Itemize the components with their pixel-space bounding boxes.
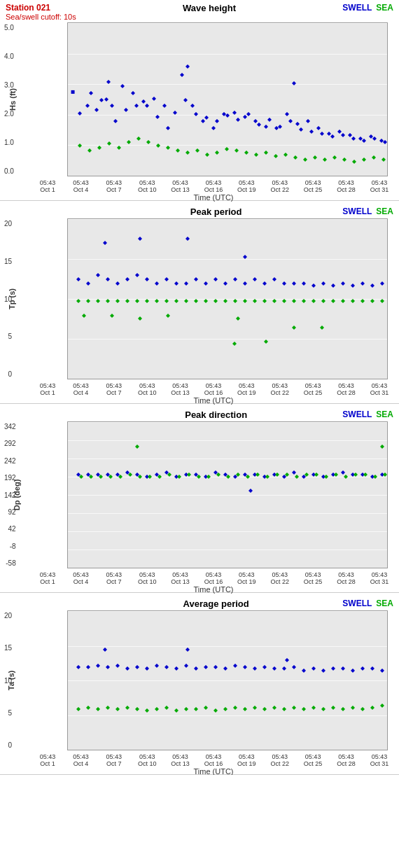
svg-marker-146 xyxy=(110,314,114,318)
svg-marker-312 xyxy=(186,648,190,652)
svg-marker-29 xyxy=(369,134,373,139)
svg-marker-120 xyxy=(194,299,198,303)
y-axis-label: Ta (s) xyxy=(7,671,15,691)
svg-marker-12 xyxy=(190,104,195,108)
svg-marker-161 xyxy=(164,277,169,281)
svg-marker-87 xyxy=(264,150,268,155)
x-label: 05:43Oct 13 xyxy=(167,382,195,396)
svg-marker-17 xyxy=(243,115,247,119)
wave-height-chart: Station 021 Sea/swell cutoff: 10s Wave h… xyxy=(0,0,399,201)
svg-marker-344 xyxy=(370,706,374,710)
svg-marker-117 xyxy=(164,299,169,303)
x-label: 05:43Oct 28 xyxy=(332,753,360,767)
svg-marker-277 xyxy=(106,665,110,669)
svg-marker-8 xyxy=(145,104,149,108)
svg-marker-284 xyxy=(174,666,178,671)
svg-marker-152 xyxy=(76,277,80,281)
x-label: 05:43Oct 28 xyxy=(332,179,360,193)
svg-marker-335 xyxy=(282,707,286,711)
swell-label: SWELL xyxy=(342,3,372,13)
svg-marker-251 xyxy=(265,475,270,479)
x-label: 05:43Oct 31 xyxy=(365,382,393,396)
svg-marker-191 xyxy=(186,237,190,241)
x-axis-title: Time (UTC) xyxy=(34,396,393,405)
avg-period-title: Average period xyxy=(90,598,342,609)
svg-marker-25 xyxy=(327,132,331,136)
x-label: 05:43Oct 25 xyxy=(299,382,327,396)
x-label: 05:43Oct 10 xyxy=(133,382,161,396)
y-tick: 0 xyxy=(8,370,13,378)
y-tick: 2.0 xyxy=(4,110,14,118)
svg-marker-1 xyxy=(78,111,82,115)
svg-marker-324 xyxy=(174,708,178,713)
svg-marker-128 xyxy=(272,299,276,303)
svg-marker-287 xyxy=(204,665,208,669)
svg-marker-327 xyxy=(204,706,208,710)
svg-marker-81 xyxy=(205,153,209,157)
x-label: 05:43Oct 4 xyxy=(66,382,94,396)
x-label: 05:43Oct 4 xyxy=(66,179,94,193)
svg-marker-339 xyxy=(321,707,326,711)
svg-marker-151 xyxy=(320,326,324,330)
svg-marker-150 xyxy=(264,340,268,344)
svg-marker-217 xyxy=(292,470,296,475)
station-name: Station 021 xyxy=(6,3,76,13)
svg-marker-111 xyxy=(106,299,110,303)
svg-marker-164 xyxy=(194,277,198,281)
svg-marker-259 xyxy=(344,475,348,479)
sea-label: SEA xyxy=(376,410,393,419)
svg-marker-270 xyxy=(248,489,253,493)
avg-period-legend: SWELL SEA xyxy=(342,598,393,608)
svg-marker-314 xyxy=(76,707,80,711)
svg-marker-9 xyxy=(155,115,160,119)
y-tick: 42 xyxy=(8,525,16,533)
svg-marker-274 xyxy=(76,665,80,669)
peak-period-legend: SWELL SEA xyxy=(342,206,393,216)
avg-period-chart: Average period SWELL SEA 20 15 10 5 0 Ta… xyxy=(0,596,399,775)
svg-marker-283 xyxy=(164,665,169,669)
wave-height-plot xyxy=(67,22,388,176)
x-label: 05:43Oct 10 xyxy=(133,571,161,585)
svg-marker-176 xyxy=(312,284,316,288)
svg-marker-119 xyxy=(184,299,188,303)
svg-marker-297 xyxy=(302,668,306,673)
svg-marker-7 xyxy=(134,104,139,108)
x-label: 05:43Oct 4 xyxy=(66,753,94,767)
svg-marker-3 xyxy=(94,108,99,112)
svg-marker-343 xyxy=(360,707,365,711)
svg-marker-250 xyxy=(255,472,260,477)
svg-marker-10 xyxy=(166,126,170,130)
peak-direction-title: Peak direction xyxy=(90,410,342,420)
svg-marker-78 xyxy=(176,148,180,153)
svg-marker-93 xyxy=(323,158,327,162)
svg-marker-18 xyxy=(253,119,258,123)
svg-marker-97 xyxy=(362,158,366,162)
svg-marker-286 xyxy=(194,666,198,671)
y-tick: 242 xyxy=(4,457,16,465)
avg-period-plot xyxy=(67,610,388,750)
svg-marker-132 xyxy=(312,299,316,303)
x-label: 05:43Oct 19 xyxy=(232,571,260,585)
svg-marker-334 xyxy=(272,706,276,710)
x-label: 05:43Oct 16 xyxy=(200,753,227,767)
svg-marker-174 xyxy=(292,281,296,286)
svg-marker-27 xyxy=(348,133,352,137)
svg-marker-271 xyxy=(380,444,384,449)
sea-label: SEA xyxy=(376,3,393,13)
svg-marker-181 xyxy=(360,281,365,286)
svg-marker-337 xyxy=(302,707,306,711)
peak-period-plot xyxy=(67,218,388,379)
svg-marker-329 xyxy=(223,707,227,711)
x-label: 05:43Oct 1 xyxy=(34,382,62,396)
svg-marker-5 xyxy=(113,119,118,123)
svg-marker-68 xyxy=(78,144,82,148)
svg-marker-190 xyxy=(138,237,142,241)
svg-marker-341 xyxy=(341,707,345,711)
svg-marker-340 xyxy=(331,706,335,710)
svg-marker-179 xyxy=(341,281,345,286)
x-label: 05:43Oct 10 xyxy=(133,753,161,767)
svg-marker-45 xyxy=(194,112,198,116)
svg-marker-74 xyxy=(136,136,141,141)
svg-marker-263 xyxy=(383,472,387,477)
y-tick: 292 xyxy=(4,440,16,447)
